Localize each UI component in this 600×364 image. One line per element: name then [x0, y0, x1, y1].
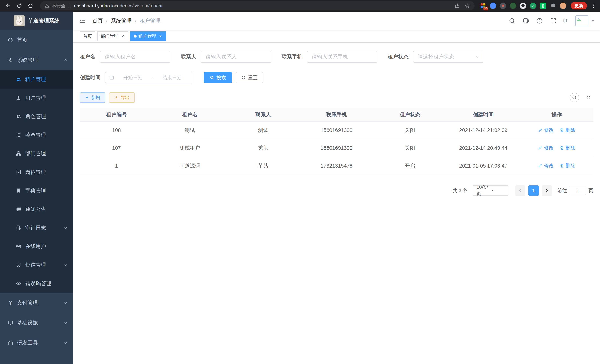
chevron-up-icon	[64, 58, 68, 62]
share-icon[interactable]	[455, 3, 460, 9]
browser-update-button[interactable]: 更新	[571, 2, 587, 9]
sidebar-toggle-icon[interactable]	[73, 11, 92, 30]
sidebar-item-sms[interactable]: 短信管理	[0, 256, 73, 274]
delete-button[interactable]: 删除	[560, 162, 575, 169]
goto-page-input[interactable]	[570, 186, 586, 195]
search-icon	[210, 75, 214, 80]
edit-button[interactable]: 修改	[538, 145, 554, 151]
sidebar-item-audit-log[interactable]: 审计日志	[0, 219, 73, 237]
github-icon[interactable]	[522, 17, 529, 25]
search-button[interactable]: 搜索	[204, 72, 232, 83]
bookmark-star-icon[interactable]	[465, 3, 470, 9]
sidebar-item-menu[interactable]: 菜单管理	[0, 126, 73, 144]
cell-actions: 修改删除	[520, 157, 593, 175]
edit-icon	[538, 128, 543, 132]
breadcrumb-home[interactable]: 首页	[92, 17, 103, 24]
home-browser-icon[interactable]	[26, 1, 35, 10]
tenant-name-input[interactable]	[100, 51, 170, 63]
pagination: 共 3 条 10条/页 1 前往 页	[80, 185, 593, 196]
sidebar-item-post[interactable]: 岗位管理	[0, 163, 73, 181]
column-header: 操作	[520, 108, 593, 121]
grid-extension-icon[interactable]: 10	[480, 3, 486, 9]
status-select[interactable]: 请选择租户状态	[413, 51, 484, 63]
sidebar-item-devtools[interactable]: 研发工具	[0, 333, 73, 353]
extension-icons: 10 ✓ {}	[480, 3, 566, 9]
contact-label: 联系人	[181, 53, 196, 60]
date-range-picker[interactable]: 开始日期 - 结束日期	[105, 72, 193, 84]
refresh-table-button[interactable]	[584, 93, 593, 103]
green-extension-icon[interactable]: ✓	[530, 3, 536, 9]
next-page-button[interactable]	[542, 185, 552, 196]
breadcrumb-system[interactable]: 系统管理	[111, 17, 132, 24]
tab-home[interactable]: 首页	[80, 31, 95, 41]
sidebar-item-system[interactable]: 系统管理	[0, 50, 73, 70]
sidebar-item-dict[interactable]: 字典管理	[0, 181, 73, 200]
cell-phone: 15601691300	[300, 121, 373, 139]
start-date-placeholder: 开始日期	[116, 75, 150, 81]
reload-icon[interactable]	[15, 1, 24, 10]
delete-button[interactable]: 删除	[560, 145, 575, 151]
caret-down-icon	[591, 19, 595, 23]
reset-button[interactable]: 重置	[236, 72, 263, 83]
tab-dept[interactable]: 部门管理	[97, 31, 128, 41]
calendar-icon	[109, 75, 114, 80]
profile-avatar[interactable]	[560, 3, 566, 9]
darkgreen-extension-icon[interactable]	[510, 3, 516, 9]
end-date-placeholder: 结束日期	[155, 75, 189, 81]
gear-icon	[7, 57, 13, 63]
add-button[interactable]: 新增	[80, 92, 105, 103]
delete-button[interactable]: 删除	[560, 127, 575, 133]
cell-tenant-id: 1	[80, 157, 153, 175]
fullscreen-icon[interactable]	[550, 17, 557, 25]
user-avatar[interactable]	[575, 15, 595, 26]
edit-button[interactable]: 修改	[538, 162, 554, 169]
dark-extension-icon[interactable]	[500, 3, 506, 9]
chevron-down-icon	[64, 226, 68, 230]
sidebar-item-role[interactable]: 角色管理	[0, 107, 73, 126]
puzzle-icon[interactable]	[550, 3, 556, 9]
sidebar-item-dept[interactable]: 部门管理	[0, 144, 73, 163]
edit-icon	[538, 146, 543, 150]
sidebar-item-infra[interactable]: 基础设施	[0, 313, 73, 333]
address-bar[interactable]: 不安全 dashboard.yudao.iocoder.cn/system/te…	[40, 1, 475, 10]
search-icon	[572, 95, 577, 100]
font-size-icon[interactable]: tT	[563, 18, 567, 24]
cell-status: 关闭	[373, 139, 447, 157]
close-icon[interactable]	[120, 34, 125, 38]
sidebar-item-error-code[interactable]: 错误码管理	[0, 274, 73, 293]
export-button[interactable]: 导出	[109, 92, 135, 103]
total-count: 共 3 条	[452, 187, 468, 194]
contact-input[interactable]	[201, 51, 271, 63]
help-icon[interactable]	[536, 17, 543, 25]
page-size-select[interactable]: 10条/页	[473, 185, 508, 196]
back-icon[interactable]	[4, 1, 13, 10]
sidebar-item-online-users[interactable]: 在线用户	[0, 237, 73, 256]
sidebar-item-payment[interactable]: ¥ 支付管理	[0, 293, 73, 313]
tenant-name-label: 租户名	[80, 53, 95, 60]
org-tree-icon	[16, 151, 21, 157]
prev-page-button[interactable]	[515, 185, 525, 196]
tab-tenant[interactable]: 租户管理	[130, 31, 166, 41]
sidebar-item-home[interactable]: 首页	[0, 30, 73, 50]
chevron-down-icon	[64, 263, 68, 267]
phone-input[interactable]	[307, 51, 377, 63]
search-icon[interactable]	[508, 17, 516, 25]
blue-extension-icon[interactable]	[490, 3, 496, 9]
sidebar-item-notice[interactable]: 通知公告	[0, 200, 73, 219]
sidebar-item-tenant[interactable]: 租户管理	[0, 70, 73, 89]
edit-button[interactable]: 修改	[538, 127, 554, 133]
page-unit-label: 页	[589, 187, 593, 194]
page-number-1[interactable]: 1	[528, 185, 539, 196]
cell-tenant-name: 测试	[153, 121, 226, 139]
sidebar-item-user[interactable]: 用户管理	[0, 89, 73, 107]
browser-menu-icon[interactable]	[591, 3, 596, 9]
wechat-extension-icon[interactable]: {}	[540, 3, 546, 9]
screen: 不安全 dashboard.yudao.iocoder.cn/system/te…	[0, 0, 600, 364]
chevron-down-icon	[64, 300, 68, 305]
cell-created: 2021-12-14 20:49:44	[447, 139, 520, 157]
app-logo[interactable]: 芋道管理系统	[0, 11, 73, 30]
cell-created: 2021-12-14 21:02:09	[447, 121, 520, 139]
close-icon[interactable]	[158, 34, 163, 38]
github-extension-icon[interactable]	[520, 3, 526, 9]
toggle-search-button[interactable]	[570, 93, 579, 103]
